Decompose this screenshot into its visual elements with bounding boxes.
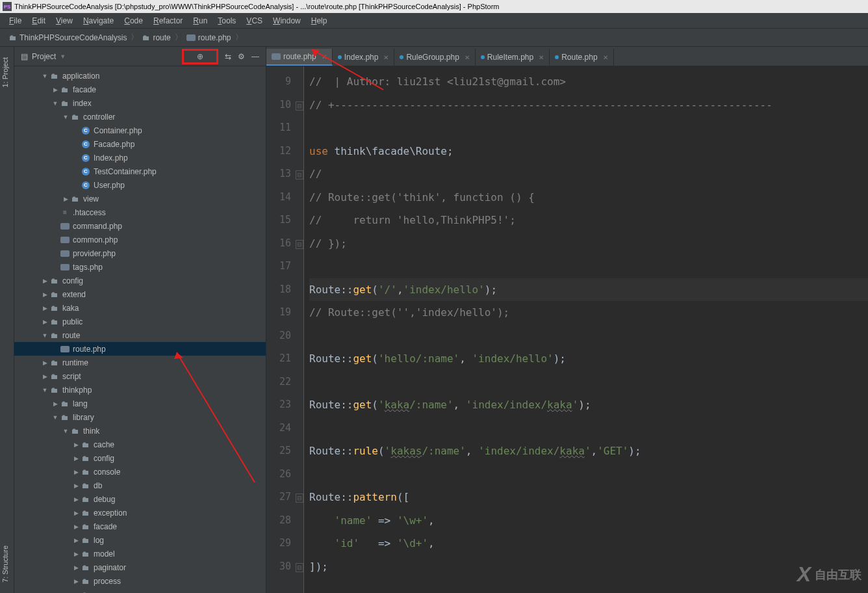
tree-item-process[interactable]: 🖿process bbox=[14, 574, 266, 588]
tree-arrow-icon[interactable] bbox=[40, 360, 49, 366]
tree-arrow-icon[interactable] bbox=[71, 523, 81, 530]
code-line[interactable]: // Route::get('think', function () { bbox=[309, 186, 868, 209]
highlighted-target-icon[interactable]: ⊕ bbox=[182, 49, 218, 64]
tree-item-route-php[interactable]: route.php bbox=[14, 342, 266, 356]
menu-navigate[interactable]: Navigate bbox=[78, 16, 119, 25]
code-line[interactable]: Route::get('hello/:name', 'index/hello')… bbox=[309, 347, 868, 371]
tree-arrow-icon[interactable] bbox=[40, 291, 49, 298]
tree-item-public[interactable]: 🖿public bbox=[14, 315, 266, 328]
menu-vcs[interactable]: VCS bbox=[241, 16, 268, 25]
tab-Index-php[interactable]: Index.php✕ bbox=[333, 49, 395, 66]
code-line[interactable]: 'id' => '\d+', bbox=[309, 532, 868, 555]
tree-arrow-icon[interactable] bbox=[61, 196, 70, 202]
code-area[interactable]: 9101112131415161718192021222324252627282… bbox=[266, 66, 868, 593]
tab-route-php[interactable]: route.php✕ bbox=[266, 49, 333, 66]
tree-item-debug[interactable]: 🖿debug bbox=[14, 492, 266, 506]
close-icon[interactable]: ✕ bbox=[383, 54, 389, 61]
structure-tool-tab[interactable]: 7: Structure bbox=[0, 540, 14, 588]
collapse-icon[interactable]: ⇆ bbox=[225, 52, 231, 61]
code-line[interactable] bbox=[309, 463, 868, 486]
menu-code[interactable]: Code bbox=[119, 16, 148, 25]
code-line[interactable]: use think\facade\Route; bbox=[309, 140, 868, 163]
tree-item-Facade-php[interactable]: CFacade.php bbox=[14, 137, 266, 151]
minimize-icon[interactable]: — bbox=[251, 52, 259, 61]
close-icon[interactable]: ✕ bbox=[465, 54, 470, 61]
tree-item-tags-php[interactable]: tags.php bbox=[14, 260, 266, 274]
menu-file[interactable]: File bbox=[4, 16, 27, 25]
code-line[interactable]: // +------------------------------------… bbox=[309, 94, 868, 117]
tree-item-response[interactable]: 🖿response bbox=[14, 588, 266, 593]
tree-arrow-icon[interactable] bbox=[71, 510, 81, 516]
tree-item-common-php[interactable]: common.php bbox=[14, 233, 266, 246]
tree-item-controller[interactable]: 🖿controller bbox=[14, 110, 266, 124]
close-icon[interactable]: ✕ bbox=[322, 53, 327, 60]
tree-arrow-icon[interactable] bbox=[51, 401, 60, 407]
breadcrumb-file[interactable]: route.php bbox=[184, 33, 234, 42]
close-icon[interactable]: ✕ bbox=[539, 54, 544, 61]
tree-arrow-icon[interactable] bbox=[71, 578, 81, 585]
breadcrumb-folder[interactable]: 🖿route bbox=[140, 33, 173, 42]
code-line[interactable]: Route::get('/','index/hello'); bbox=[309, 278, 868, 302]
code-line[interactable]: // Route::get('','index/hello'); bbox=[309, 301, 868, 324]
code-line[interactable] bbox=[309, 324, 868, 348]
fold-icon[interactable]: ⊟ bbox=[296, 101, 303, 111]
tree-item-library[interactable]: 🖿library bbox=[14, 410, 266, 424]
tree-item-kaka[interactable]: 🖿kaka bbox=[14, 301, 266, 315]
breadcrumb-root[interactable]: 🖿ThinkPHPSourceCodeAnalysis bbox=[6, 33, 129, 42]
code-line[interactable] bbox=[309, 417, 868, 440]
tab-RuleGroup-php[interactable]: RuleGroup.php✕ bbox=[394, 49, 475, 66]
fold-icon[interactable]: ⊟ bbox=[296, 563, 303, 572]
tree-item-runtime[interactable]: 🖿runtime bbox=[14, 356, 266, 369]
tree-arrow-icon[interactable] bbox=[51, 86, 60, 93]
tree-item-Index-php[interactable]: CIndex.php bbox=[14, 151, 266, 165]
tree-item-view[interactable]: 🖿view bbox=[14, 192, 266, 205]
code-line[interactable]: ]); bbox=[309, 555, 868, 579]
tree-item-application[interactable]: 🖿application bbox=[14, 69, 266, 83]
tree-item-command-php[interactable]: command.php bbox=[14, 219, 266, 233]
tree-item-index[interactable]: 🖿index bbox=[14, 96, 266, 110]
tree-item-lang[interactable]: 🖿lang bbox=[14, 397, 266, 410]
tree-item-think[interactable]: 🖿think bbox=[14, 424, 266, 438]
close-icon[interactable]: ✕ bbox=[603, 54, 608, 61]
tree-item-thinkphp[interactable]: 🖿thinkphp bbox=[14, 383, 266, 397]
code-line[interactable]: // return 'hello,ThinkPHP5!'; bbox=[309, 209, 868, 232]
tree-item-facade[interactable]: 🖿facade bbox=[14, 83, 266, 96]
tree-arrow-icon[interactable] bbox=[71, 482, 81, 489]
tree-item-model[interactable]: 🖿model bbox=[14, 547, 266, 560]
code-line[interactable]: // bbox=[309, 163, 868, 186]
tree-item-Container-php[interactable]: CContainer.php bbox=[14, 124, 266, 137]
tree-arrow-icon[interactable] bbox=[40, 332, 49, 339]
fold-gutter[interactable]: ⊟⊟⊟⊟⊟ bbox=[296, 66, 304, 593]
dropdown-icon[interactable]: ▼ bbox=[60, 53, 66, 60]
tree-arrow-icon[interactable] bbox=[40, 319, 49, 325]
tree-item-exception[interactable]: 🖿exception bbox=[14, 506, 266, 520]
menu-window[interactable]: Window bbox=[268, 16, 306, 25]
tree-arrow-icon[interactable] bbox=[40, 305, 49, 311]
tree-item-cache[interactable]: 🖿cache bbox=[14, 438, 266, 451]
fold-icon[interactable]: ⊟ bbox=[296, 240, 303, 249]
project-tree[interactable]: 🖿application🖿facade🖿index🖿controllerCCon… bbox=[14, 66, 266, 593]
tree-arrow-icon[interactable] bbox=[71, 455, 81, 462]
tree-item-extend[interactable]: 🖿extend bbox=[14, 287, 266, 301]
code-line[interactable]: Route::pattern([ bbox=[309, 486, 868, 509]
tree-arrow-icon[interactable] bbox=[71, 537, 81, 544]
tree-arrow-icon[interactable] bbox=[71, 441, 81, 448]
tree-arrow-icon[interactable] bbox=[61, 428, 70, 434]
tree-item-facade[interactable]: 🖿facade bbox=[14, 520, 266, 533]
project-tool-tab[interactable]: 1: Project bbox=[0, 52, 14, 92]
tree-arrow-icon[interactable] bbox=[51, 414, 60, 421]
tree-item-config[interactable]: 🖿config bbox=[14, 451, 266, 465]
tab-RuleItem-php[interactable]: RuleItem.php✕ bbox=[476, 49, 550, 66]
tree-item--htaccess[interactable]: ≡.htaccess bbox=[14, 205, 266, 219]
tree-arrow-icon[interactable] bbox=[71, 469, 81, 475]
menu-edit[interactable]: Edit bbox=[27, 16, 51, 25]
menu-tools[interactable]: Tools bbox=[212, 16, 241, 25]
code-line[interactable]: // }); bbox=[309, 232, 868, 256]
tree-item-route[interactable]: 🖿route bbox=[14, 328, 266, 342]
tree-item-paginator[interactable]: 🖿paginator bbox=[14, 560, 266, 574]
code-line[interactable] bbox=[309, 371, 868, 394]
fold-icon[interactable]: ⊟ bbox=[296, 170, 303, 179]
gear-icon[interactable]: ⚙ bbox=[238, 52, 245, 61]
code-line[interactable]: 'name' => '\w+', bbox=[309, 509, 868, 533]
tree-arrow-icon[interactable] bbox=[71, 564, 81, 571]
